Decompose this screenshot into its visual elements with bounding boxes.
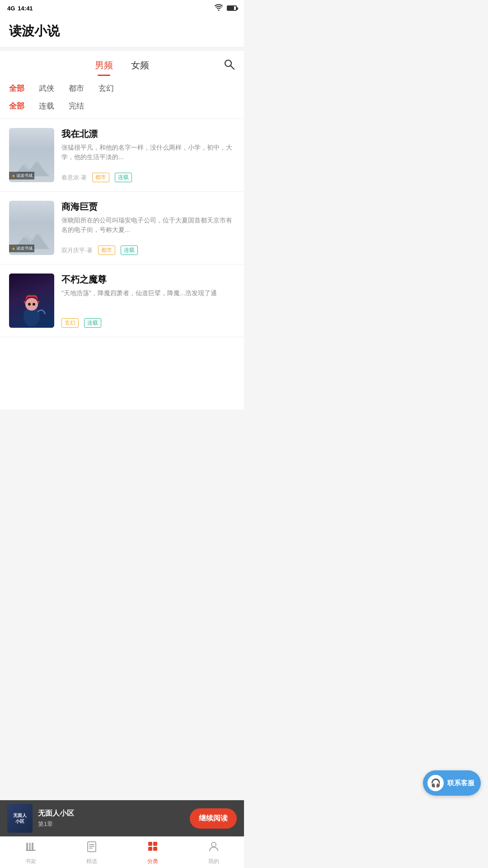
svg-point-3 xyxy=(25,298,38,311)
book-meta-1: 春意浓·著 都市 连载 xyxy=(61,173,235,182)
book-cover-2: ◄ 读波书城 xyxy=(9,201,54,255)
tabs-row: 男频 女频 xyxy=(0,51,244,76)
filter-wuxia[interactable]: 武侠 xyxy=(39,83,54,94)
book-info-2: 商海巨贾 张晓阳所在的公司叫瑞安电子公司，位于大夏国首都天京市有名的电子街，号称… xyxy=(61,201,235,255)
status-all[interactable]: 全部 xyxy=(9,101,24,111)
filter-xuanhuan[interactable]: 玄幻 xyxy=(99,83,114,94)
battery-icon xyxy=(227,5,237,11)
filter-dushi[interactable]: 都市 xyxy=(69,83,84,94)
book-title-2: 商海巨贾 xyxy=(61,201,235,213)
app-header: 读波小说 xyxy=(0,16,244,47)
book-author-1: 春意浓·著 xyxy=(61,174,87,182)
book-meta-2: 双月庆平·著 都市 连载 xyxy=(61,245,235,255)
book-info-1: 我在北漂 张猛很平凡，和他的名字一样，没什么两样，小学，初中，大学，他的生活平淡… xyxy=(61,128,235,182)
book-item[interactable]: ◄ 读波书城 商海巨贾 张晓阳所在的公司叫瑞安电子公司，位于大夏国首都天京市有名… xyxy=(0,192,244,264)
svg-point-5 xyxy=(33,303,35,306)
status-filter-row: 全部 连载 完结 xyxy=(0,97,244,118)
cover-label-1: ◄ 读波书城 xyxy=(9,172,34,179)
tab-male[interactable]: 男频 xyxy=(95,59,113,76)
book-title-1: 我在北漂 xyxy=(61,128,235,140)
status-time: 14:41 xyxy=(18,5,33,12)
book-meta-3: 玄幻 连载 xyxy=(61,318,235,328)
genre-tag-3: 玄幻 xyxy=(61,318,79,328)
status-ongoing[interactable]: 连载 xyxy=(39,101,54,111)
book-desc-2: 张晓阳所在的公司叫瑞安电子公司，位于大夏国首都天京市有名的电子街，号称大夏... xyxy=(61,216,235,235)
search-button[interactable] xyxy=(223,58,235,73)
status-bar: 4G 14:41 xyxy=(0,0,244,16)
tab-female[interactable]: 女频 xyxy=(131,59,149,76)
book-item[interactable]: 不朽之魔尊 "天地浩荡"，降魔四萧者，仙道巨擘，降魔...浩发现了通 玄幻 连载 xyxy=(0,264,244,337)
book-list: ◄ 读波书城 我在北漂 张猛很平凡，和他的名字一样，没什么两样，小学，初中，大学… xyxy=(0,119,244,337)
status-right xyxy=(214,4,237,13)
wifi-icon xyxy=(214,4,223,13)
cover-label-2: ◄ 读波书城 xyxy=(9,245,34,252)
book-desc-1: 张猛很平凡，和他的名字一样，没什么两样，小学，初中，大学，他的生活平淡的... xyxy=(61,143,235,162)
book-desc-3: "天地浩荡"，降魔四萧者，仙道巨擘，降魔...浩发现了通 xyxy=(61,288,235,298)
book-title-3: 不朽之魔尊 xyxy=(61,274,235,286)
status-left: 4G 14:41 xyxy=(7,5,33,12)
book-item[interactable]: ◄ 读波书城 我在北漂 张猛很平凡，和他的名字一样，没什么两样，小学，初中，大学… xyxy=(0,119,244,192)
status-tag-1: 连载 xyxy=(115,173,132,182)
filter-all[interactable]: 全部 xyxy=(9,83,24,94)
genre-tag-1: 都市 xyxy=(92,173,109,182)
category-filter-row: 全部 武侠 都市 玄幻 xyxy=(0,76,244,97)
status-tag-2: 连载 xyxy=(121,245,138,255)
genre-tag-2: 都市 xyxy=(98,245,115,255)
book-info-3: 不朽之魔尊 "天地浩荡"，降魔四萧者，仙道巨擘，降魔...浩发现了通 玄幻 连载 xyxy=(61,274,235,328)
book-cover-3 xyxy=(9,274,54,328)
svg-line-1 xyxy=(231,66,235,70)
book-cover-1: ◄ 读波书城 xyxy=(9,128,54,182)
signal-icon: 4G xyxy=(7,5,15,12)
status-tag-3: 连载 xyxy=(84,318,101,328)
book-author-2: 双月庆平·著 xyxy=(61,246,93,255)
status-completed[interactable]: 完结 xyxy=(69,101,84,111)
main-content: 男频 女频 全部 武侠 都市 玄幻 全部 连载 完结 xyxy=(0,51,244,410)
svg-point-4 xyxy=(28,303,31,306)
app-title: 读波小说 xyxy=(9,23,235,40)
